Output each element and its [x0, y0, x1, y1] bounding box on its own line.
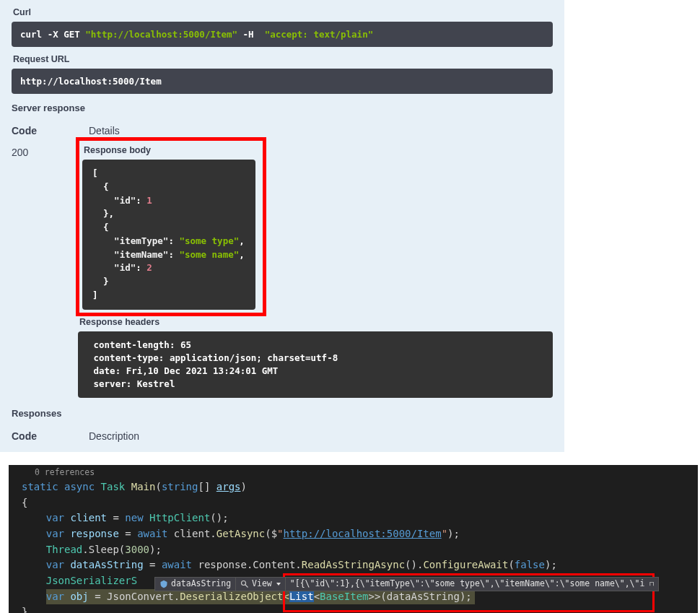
kw: var [46, 512, 64, 523]
punct: ($ [265, 528, 277, 539]
code-header: Code [12, 125, 37, 136]
kw: await [162, 559, 192, 570]
fn: ConfigureAwait [423, 559, 508, 570]
fn: Main [125, 481, 155, 492]
json-key: "itemName" [114, 249, 168, 260]
txt: (). [405, 559, 423, 570]
kw: var [46, 559, 64, 570]
status-code: 200 [12, 139, 78, 158]
field-icon [159, 580, 168, 588]
ide-panel: 0 references static async Task Main(stri… [9, 465, 698, 613]
curl-prefix: curl -X GET [20, 29, 85, 40]
var: dataAsString [64, 559, 144, 570]
code-lens-references[interactable]: 0 references [9, 465, 698, 479]
json-key: "id" [114, 262, 136, 273]
code-line[interactable]: { [9, 495, 698, 511]
code-line[interactable]: var response = await client.GetAsync($"h… [9, 526, 698, 542]
curl-label: Curl [12, 4, 553, 22]
json-line: { [92, 222, 109, 232]
magnifier-icon [240, 580, 249, 588]
ty: JsonSerializerS [46, 575, 137, 586]
code-line[interactable]: } [9, 604, 698, 613]
kw: async [58, 481, 95, 492]
url[interactable]: http://localhost:5000/Item [284, 528, 442, 539]
datatip-name: dataAsString [171, 578, 231, 591]
response-headers[interactable]: content-length: 65 content-type: applica… [78, 331, 553, 399]
server-response-title: Server response [12, 94, 553, 119]
code-line[interactable]: var client = new HttpClient(); [9, 510, 698, 526]
txt: se.Content. [235, 559, 302, 570]
txt: .Sleep( [82, 544, 125, 555]
fn: GetAsync [216, 528, 265, 539]
json-str: "some type" [179, 235, 239, 246]
datatip-pin-button[interactable] [645, 578, 658, 591]
responses-header-row: Code Description [12, 425, 553, 445]
punct: = [107, 512, 125, 523]
swagger-panel: Curl curl -X GET "http://localhost:5000/… [0, 0, 564, 452]
json-key: "itemType" [114, 235, 168, 246]
punct: (); [210, 512, 228, 523]
datatip-view-button[interactable]: View [236, 578, 286, 591]
lit: 3000 [125, 544, 149, 555]
curl-accept: "accept: text/plain" [265, 29, 374, 40]
description-header: Description [89, 430, 139, 442]
kw: false [515, 559, 545, 570]
ty: Thread [46, 544, 83, 555]
ty: BaseItem [320, 591, 368, 602]
response-headers-label: Response headers [78, 314, 553, 331]
punct: = [144, 559, 162, 570]
str: " [442, 528, 447, 539]
var: obj [64, 591, 89, 602]
json-key: "id" [114, 195, 136, 206]
status-row: 200 Response body [ { "id": 1 }, { "item… [12, 139, 553, 398]
svg-point-0 [242, 581, 246, 586]
response-body-highlight: Response body [ { "id": 1 }, { "itemType… [78, 139, 264, 314]
punct: = [119, 528, 137, 539]
details-header: Details [89, 125, 120, 136]
txt: = JsonConvert. [89, 591, 180, 602]
datatip-view-label: View [252, 578, 272, 591]
kw: var [46, 528, 64, 539]
svg-line-1 [245, 585, 248, 588]
debug-datatip[interactable]: dataAsString View "[{\"id\":1},{\"itemTy… [154, 577, 659, 591]
responses-title: Responses [12, 398, 553, 425]
json-line: ] [92, 290, 98, 300]
hdr-line: date: Fri,10 Dec 2021 13:24:01 GMT [88, 365, 284, 376]
chevron-down-icon [276, 583, 281, 586]
datatip-value[interactable]: "[{\"id\":1},{\"itemType\":\"some type\"… [286, 578, 645, 591]
hdr-line: content-type: application/json; charset=… [88, 352, 344, 363]
punct: ); [545, 559, 557, 570]
fn: izeObject< [229, 591, 289, 602]
var: response [64, 528, 119, 539]
ty: HttpClient [144, 512, 211, 523]
datatip-variable[interactable]: dataAsString [155, 578, 236, 591]
json-line: [ [92, 168, 98, 178]
json-line: { [92, 181, 109, 192]
curl-url: "http://localhost:5000/Item" [85, 29, 237, 40]
hdr-line: content-length: 65 [88, 339, 197, 350]
request-url-box[interactable]: http://localhost:5000/Item [12, 69, 553, 94]
json-num: 2 [146, 262, 152, 273]
code-line[interactable]: var dataAsString = await response.Conten… [9, 557, 698, 573]
response-body-label: Response body [82, 144, 260, 160]
ty: Task [95, 481, 125, 492]
json-str: "some name" [179, 249, 239, 260]
var: client [64, 512, 107, 523]
punct: ); [447, 528, 460, 539]
kw: static [22, 481, 58, 492]
code-line[interactable]: static async Task Main(string[] args) [9, 479, 698, 495]
code-line[interactable]: Thread.Sleep(3000); [9, 542, 698, 558]
txt: >>(dataAsString); [369, 591, 472, 602]
kw: var [46, 591, 64, 602]
fn: ReadAsStringAsync [302, 559, 405, 570]
param: args [216, 481, 241, 492]
selection: List [289, 591, 314, 602]
json-num: 1 [146, 195, 152, 206]
response-body[interactable]: [ { "id": 1 }, { "itemType": "some type"… [82, 160, 255, 310]
curl-box[interactable]: curl -X GET "http://localhost:5000/Item"… [12, 22, 553, 47]
hdr-line: server: Kestrel [88, 378, 180, 389]
json-line: } [92, 276, 109, 287]
details-col: Response body [ { "id": 1 }, { "itemType… [78, 139, 553, 398]
txt: client. [167, 528, 216, 539]
pin-icon [649, 578, 654, 591]
